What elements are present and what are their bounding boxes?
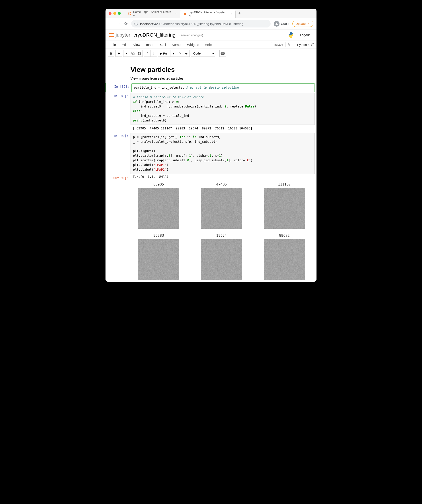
notebook-app: jupyter cryoDRGN_filtering (unsaved chan…	[106, 30, 316, 281]
particle-thumb: 63905	[131, 182, 187, 230]
code-input[interactable]: p = [particles[ii].get() for ii in ind_s…	[131, 133, 315, 174]
svg-point-2	[276, 23, 277, 24]
move-up-button[interactable]: 🡑	[144, 50, 151, 57]
new-tab-button[interactable]: +	[235, 9, 243, 18]
particle-image	[264, 188, 305, 229]
thumb-label: 47405	[193, 182, 250, 186]
particle-thumb: 47405	[193, 182, 250, 230]
in-prompt: In [89]:	[107, 93, 131, 132]
code-input[interactable]: particle_ind = ind_selected # or set to …	[132, 83, 315, 92]
toolbar: ✚ ✂ 🡑 🡓 ▶ Run ■ ↻ ▸▸ Code ⌨	[106, 49, 316, 58]
url-bar-row: ← → ⟳ i localhost:42000/notebooks/cryoDR…	[106, 18, 316, 30]
site-info-icon[interactable]: i	[134, 22, 138, 25]
menu-edit[interactable]: Edit	[119, 42, 130, 48]
menu-view[interactable]: View	[130, 42, 143, 48]
menu-widgets[interactable]: Widgets	[184, 42, 202, 48]
window-controls	[109, 12, 121, 15]
maximize-window-button[interactable]	[118, 12, 121, 15]
particle-image	[138, 188, 179, 229]
update-label: Update	[296, 22, 306, 25]
svg-rect-12	[264, 239, 305, 280]
heading-view-particles: View particles	[131, 66, 312, 73]
particle-image	[264, 239, 305, 280]
kernel-status-icon	[311, 43, 314, 46]
menu-help[interactable]: Help	[202, 42, 215, 48]
svg-point-0	[128, 12, 131, 15]
command-palette-button[interactable]: ⌨	[219, 50, 226, 57]
trusted-indicator[interactable]: Trusted	[271, 42, 286, 47]
jupyter-icon	[128, 12, 132, 15]
kernel-name: Python 3	[297, 43, 309, 47]
particle-image	[201, 239, 242, 280]
forward-button[interactable]: →	[116, 22, 121, 26]
logout-button[interactable]: Logout	[297, 32, 313, 38]
svg-rect-7	[138, 188, 179, 229]
run-button[interactable]: ▶ Run	[158, 50, 170, 57]
menu-kernel[interactable]: Kernel	[169, 42, 184, 48]
url-text: localhost:42000/notebooks/cryoDRGN_filte…	[140, 22, 243, 26]
minimize-window-button[interactable]	[113, 12, 116, 15]
notebook-content: View particles View images from selected…	[106, 58, 316, 281]
notebook-name[interactable]: cryoDRGN_filtering	[133, 32, 175, 38]
paste-button[interactable]	[136, 50, 143, 57]
address-bar[interactable]: i localhost:42000/notebooks/cryoDRGN_fil…	[131, 20, 271, 28]
copy-button[interactable]	[130, 50, 136, 57]
move-down-button[interactable]: 🡓	[150, 50, 157, 57]
close-tab-icon[interactable]: ×	[230, 12, 232, 16]
jupyter-logo-icon	[109, 32, 114, 38]
particle-thumbnail-grid: 63905 47405 111107 90283 19674 89072	[131, 180, 315, 281]
in-prompt: In [86]:	[108, 83, 132, 92]
browser-tab-notebook[interactable]: cryoDRGN_filtering - Jupyter N ×	[180, 10, 235, 18]
svg-rect-10	[138, 239, 179, 280]
menu-file[interactable]: File	[108, 42, 119, 48]
markdown-text: View images from selected particles	[131, 77, 312, 80]
close-window-button[interactable]	[109, 12, 111, 15]
profile-chip[interactable]: Guest	[274, 21, 289, 27]
code-cell-90[interactable]: In [90]: p = [particles[ii].get() for ii…	[106, 133, 316, 174]
cell-type-select[interactable]: Code	[191, 50, 215, 57]
python-icon	[288, 32, 294, 38]
back-button[interactable]: ←	[109, 22, 113, 26]
interrupt-button[interactable]: ■	[170, 50, 177, 57]
svg-rect-8	[201, 188, 242, 229]
menu-cell[interactable]: Cell	[157, 42, 169, 48]
add-cell-button[interactable]: ✚	[115, 50, 122, 57]
particle-thumb: 111107	[256, 182, 313, 230]
notebook-save-status: (unsaved changes)	[179, 33, 203, 37]
code-cell-89[interactable]: In [89]: # Choose 9 particles to view at…	[106, 93, 316, 132]
update-button[interactable]: Update ⋮	[292, 21, 313, 27]
restart-run-all-button[interactable]: ▸▸	[183, 50, 190, 57]
tab-title: cryoDRGN_filtering - Jupyter N	[189, 11, 228, 17]
out-prompt: Out[90]:	[107, 175, 131, 281]
thumb-label: 63905	[131, 182, 187, 186]
kernel-indicator[interactable]: | Python 3	[295, 43, 314, 47]
particle-image	[201, 188, 242, 229]
output-cell-90: Out[90]: Text(0, 0.5, 'UMAP2') 63905 474…	[106, 175, 316, 281]
titlebar: Home Page - Select or create a × cryoDRG…	[106, 9, 316, 18]
thumb-label: 90283	[131, 234, 187, 238]
menu-insert[interactable]: Insert	[143, 42, 157, 48]
restart-button[interactable]: ↻	[177, 50, 183, 57]
svg-rect-11	[201, 239, 242, 280]
save-button[interactable]	[108, 50, 114, 57]
close-tab-icon[interactable]: ×	[175, 12, 177, 15]
edit-icon[interactable]: ✎	[285, 42, 292, 47]
browser-tab-home[interactable]: Home Page - Select or create a ×	[125, 9, 180, 18]
cell-output: [ 63905 47405 111107 90283 19674 89072 7…	[131, 125, 315, 132]
particle-image	[138, 239, 179, 280]
svg-rect-9	[264, 188, 305, 229]
notebook-header: jupyter cryoDRGN_filtering (unsaved chan…	[106, 30, 316, 41]
tab-strip: Home Page - Select or create a × cryoDRG…	[125, 9, 313, 18]
in-prompt: In [90]:	[107, 133, 131, 174]
particle-thumb: 90283	[131, 234, 187, 281]
svg-point-4	[292, 37, 292, 37]
markdown-cell[interactable]: View particles View images from selected…	[106, 66, 316, 80]
reload-button[interactable]: ⟳	[124, 21, 128, 26]
code-input[interactable]: # Choose 9 particles to view at random i…	[131, 93, 315, 125]
code-cell-86[interactable]: In [86]: particle_ind = ind_selected # o…	[106, 83, 316, 92]
cell-output-text: Text(0, 0.5, 'UMAP2')	[131, 175, 315, 180]
jupyter-logo[interactable]: jupyter	[109, 32, 130, 38]
thumb-label: 111107	[256, 182, 313, 186]
cut-button[interactable]: ✂	[123, 50, 130, 57]
jupyter-logo-text: jupyter	[116, 32, 130, 38]
